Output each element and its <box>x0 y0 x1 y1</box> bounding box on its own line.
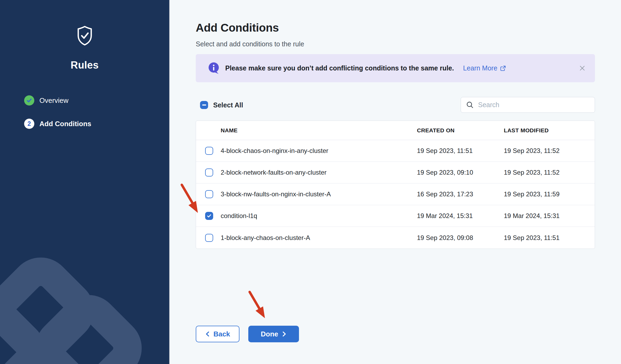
page-title: Add Conditions <box>196 21 279 34</box>
table-row[interactable]: 2-block-network-faults-on-any-cluster 19… <box>196 162 595 183</box>
banner-close-icon[interactable] <box>579 65 586 72</box>
page-subtitle: Select and add conditions to the rule <box>196 40 304 48</box>
created-on-cell: 19 Sep 2023, 09:08 <box>417 234 504 242</box>
done-button-label: Done <box>261 330 278 338</box>
last-modified-cell: 19 Sep 2023, 11:52 <box>504 147 595 155</box>
condition-name: condition-l1q <box>221 212 257 220</box>
sidebar-title: Rules <box>0 59 169 71</box>
row-checkbox[interactable] <box>205 147 213 155</box>
select-all-label: Select All <box>213 101 243 109</box>
rules-shield-icon <box>76 26 93 46</box>
condition-name: 4-block-chaos-on-nginx-in-any-cluster <box>221 147 328 155</box>
name-cell: 3-block-nw-faults-on-nginx-in-cluster-A <box>196 190 417 198</box>
wizard-sidebar: Rules Overview 2 Add Conditions <box>0 0 170 364</box>
select-all-checkbox[interactable] <box>200 101 208 109</box>
column-header-name: NAME <box>196 127 417 134</box>
step-add-conditions-label: Add Conditions <box>39 120 91 128</box>
name-cell: condition-l1q <box>196 212 417 220</box>
row-checkbox[interactable] <box>205 234 213 242</box>
created-on-cell: 19 Sep 2023, 11:51 <box>417 147 504 155</box>
condition-name: 1-block-any-chaos-on-cluster-A <box>221 234 310 242</box>
last-modified-cell: 19 Sep 2023, 11:51 <box>504 234 595 242</box>
table-row[interactable]: 4-block-chaos-on-nginx-in-any-cluster 19… <box>196 140 595 162</box>
name-cell: 1-block-any-chaos-on-cluster-A <box>196 234 417 242</box>
search-input[interactable] <box>461 97 595 113</box>
search-icon <box>466 101 474 108</box>
done-button[interactable]: Done <box>248 326 299 342</box>
back-button-label: Back <box>213 330 230 338</box>
condition-name: 3-block-nw-faults-on-nginx-in-cluster-A <box>221 190 331 198</box>
step-overview[interactable]: Overview <box>24 95 91 106</box>
row-checkbox[interactable] <box>205 212 213 220</box>
chevron-right-icon <box>282 331 287 337</box>
step-add-conditions[interactable]: 2 Add Conditions <box>24 119 91 129</box>
search-box <box>461 97 595 113</box>
add-conditions-panel: Add Conditions Select and add conditions… <box>170 0 621 364</box>
external-link-icon <box>500 65 506 71</box>
info-icon <box>208 62 220 74</box>
created-on-cell: 19 Sep 2023, 09:10 <box>417 169 504 176</box>
learn-more-label: Learn More <box>463 64 497 72</box>
row-checkbox[interactable] <box>205 168 213 177</box>
table-header: NAME CREATED ON LAST MODIFIED <box>196 121 595 140</box>
table-row[interactable]: 3-block-nw-faults-on-nginx-in-cluster-A … <box>196 183 595 205</box>
name-cell: 2-block-network-faults-on-any-cluster <box>196 168 417 177</box>
conditions-table: NAME CREATED ON LAST MODIFIED 4-block-ch… <box>196 121 595 249</box>
step-completed-icon <box>24 95 34 106</box>
rules-wizard-window: Rules Overview 2 Add Conditions Add Cond… <box>0 0 621 364</box>
last-modified-cell: 19 Mar 2024, 15:31 <box>504 212 595 220</box>
select-all-control[interactable]: Select All <box>200 100 243 110</box>
last-modified-cell: 19 Sep 2023, 11:59 <box>504 190 595 198</box>
last-modified-cell: 19 Sep 2023, 11:52 <box>504 169 595 176</box>
step-overview-label: Overview <box>39 96 68 105</box>
created-on-cell: 19 Mar 2024, 15:31 <box>417 212 504 220</box>
column-header-last-modified: LAST MODIFIED <box>504 127 595 134</box>
row-checkbox[interactable] <box>205 190 213 198</box>
step-number-badge: 2 <box>24 119 34 129</box>
column-header-created-on: CREATED ON <box>417 127 504 134</box>
chevron-left-icon <box>205 331 210 337</box>
info-banner: Please make sure you don’t add conflicti… <box>196 54 595 82</box>
banner-message: Please make sure you don’t add conflicti… <box>225 64 454 72</box>
created-on-cell: 16 Sep 2023, 17:23 <box>417 190 504 198</box>
condition-name: 2-block-network-faults-on-any-cluster <box>221 169 327 176</box>
back-button[interactable]: Back <box>196 326 239 342</box>
table-row[interactable]: condition-l1q 19 Mar 2024, 15:31 19 Mar … <box>196 205 595 227</box>
name-cell: 4-block-chaos-on-nginx-in-any-cluster <box>196 147 417 155</box>
wizard-steps: Overview 2 Add Conditions <box>24 95 91 129</box>
table-body: 4-block-chaos-on-nginx-in-any-cluster 19… <box>196 140 595 249</box>
table-row[interactable]: 1-block-any-chaos-on-cluster-A 19 Sep 20… <box>196 227 595 249</box>
learn-more-link[interactable]: Learn More <box>463 64 506 72</box>
